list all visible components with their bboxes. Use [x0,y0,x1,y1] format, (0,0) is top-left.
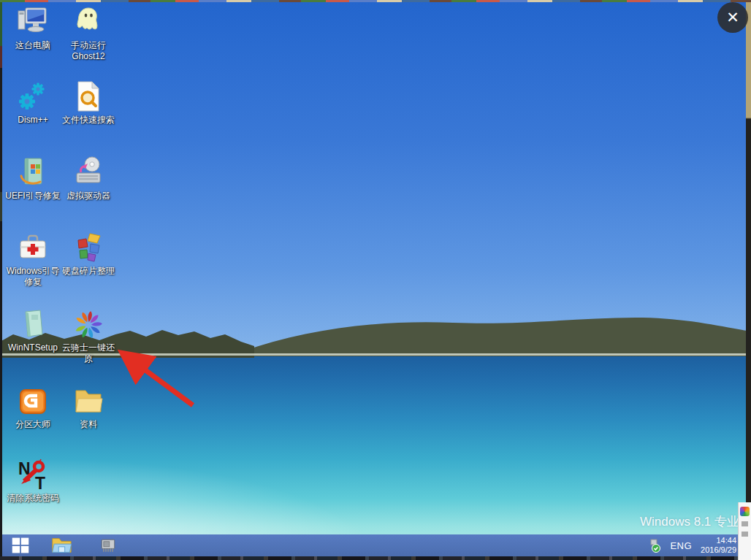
filmstrip-left-edge [0,2,2,556]
windows-watermark: Windows 8.1 专业版 [640,513,738,531]
uefi-book-icon [16,156,50,188]
desktop-icon-clear-password[interactable]: N T 清除系统密码 [1,459,64,504]
desktop-icon-ghost[interactable]: 手动运行 Ghost12 [57,6,120,62]
icon-label: 分区大师 [15,419,50,430]
close-button[interactable]: ✕ [717,2,748,33]
desktop-icon-dism[interactable]: Dism++ [1,80,64,126]
icon-label: 手动运行 Ghost12 [60,40,117,62]
icon-label: 清除系统密码 [7,493,59,504]
memory-chip-icon [98,535,118,556]
filmstrip-right-edge [746,2,751,502]
desktop-icon-uefi-fix[interactable]: UEFI引导修复 [1,156,64,202]
filmstrip-top-edge [0,0,751,2]
clock[interactable]: 14:44 2016/9/29 [701,536,736,555]
cut-off-text-fragment [742,521,748,526]
first-aid-kit-icon [16,231,50,264]
desktop-icon-partition-master[interactable]: 分区大师 [1,385,64,430]
svg-text:T: T [35,474,45,491]
folder-icon [72,385,105,417]
icon-label: 虚拟驱动器 [66,191,110,202]
ghost-icon [72,6,105,38]
filmstrip-bottom-edge [0,556,751,560]
desktop-icon-data-folder[interactable]: 资料 [57,385,120,430]
safely-remove-hardware-icon[interactable] [647,538,661,553]
icon-label: 这台电脑 [15,40,50,51]
folder-explorer-icon [50,534,72,556]
start-button[interactable] [8,535,33,556]
desktop-icon-virtual-drive[interactable]: 虚拟驱动器 [57,156,120,202]
gears-icon [16,80,50,112]
file-explorer-button[interactable] [49,535,74,556]
system-tray: ENG 14:44 2016/9/29 [647,534,736,556]
desktop-icon-windows-boot-fix[interactable]: Widnows引导修复 [1,231,64,288]
windows-logo-icon [11,536,30,555]
language-indicator[interactable]: ENG [670,540,692,551]
pinwheel-logo-icon [72,308,105,340]
clock-date: 2016/9/29 [701,545,736,555]
cut-off-text-fragment [742,532,748,537]
virtual-drive-icon [72,156,105,188]
diskgenius-icon [16,385,50,417]
memory-chip-button[interactable] [96,535,121,556]
clock-time: 14:44 [701,536,736,545]
computer-icon [16,6,50,38]
desktop-icon-winntsetup[interactable]: WinNTSetup [1,308,64,353]
icon-label: Widnows引导修复 [4,266,61,288]
desktop-icon-this-pc[interactable]: 这台电脑 [1,6,64,51]
icon-label: WinNTSetup [8,342,58,353]
cut-off-side-panel [738,502,751,560]
desktop-screen: 这台电脑 手动运行 Ghost12 [0,0,751,560]
icon-label: 硬盘碎片整理 [62,266,115,277]
close-icon: ✕ [726,9,739,26]
icon-label: 文件快速搜索 [62,115,115,126]
icon-label: UEFI引导修复 [5,191,60,202]
icon-label: Dism++ [18,115,47,126]
software-box-icon [16,308,50,340]
desktop-icon-file-search[interactable]: 文件快速搜索 [57,80,120,126]
defrag-blocks-icon [72,231,105,264]
desktop-icon-yunqishi[interactable]: 云骑士一键还原 [57,308,120,364]
icon-label: 云骑士一键还原 [60,342,117,364]
yunqishi-mini-logo-icon [740,507,750,516]
nt-key-icon: N T [16,459,50,491]
desktop-icon-defrag[interactable]: 硬盘碎片整理 [57,231,120,277]
taskbar: ENG 14:44 2016/9/29 [0,534,751,556]
document-search-icon [72,80,105,112]
icon-label: 资料 [80,419,97,430]
